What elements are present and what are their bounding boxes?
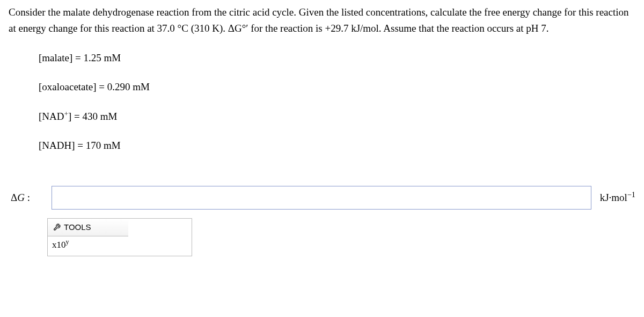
label-colon: : [25,192,30,203]
wrench-icon [53,224,61,231]
species-label: [malate] [39,52,72,63]
list-item: [malate] = 1.25 mM [39,50,635,66]
problem-statement: Consider the malate dehydrogenase reacti… [9,4,635,37]
delta-symbol: Δ [11,192,17,203]
unit-exponent: −1 [627,190,635,199]
species-value: 430 mM [83,111,118,122]
concentration-list: [malate] = 1.25 mM [oxaloacetate] = 0.29… [39,50,635,154]
unit-label: kJ·mol−1 [600,190,635,206]
sci-base: x10 [52,240,66,250]
sci-exp: y [66,239,69,246]
species-label: [NADH] [39,140,75,151]
unit-text: kJ·mol [600,192,627,203]
species-label-close: ] [68,111,71,122]
problem-text: Consider the malate dehydrogenase reacti… [9,6,629,34]
species-label: [NAD [39,111,64,122]
answer-row: ΔG : kJ·mol−1 [9,186,635,210]
list-item: [NADH] = 170 mM [39,138,635,154]
list-item: [oxaloacetate] = 0.290 mM [39,79,635,95]
variable-g: G [17,192,25,203]
tools-title: TOOLS [64,221,91,234]
answer-label: ΔG : [11,190,30,206]
species-label: [oxaloacetate] [39,81,97,92]
species-value: 1.25 mM [84,52,121,63]
superscript: + [64,109,69,117]
answer-input[interactable] [52,186,591,210]
list-item: [NAD+] = 430 mM [39,109,635,125]
tools-header: TOOLS [48,219,128,236]
scientific-notation-button[interactable]: x10y [48,236,73,255]
species-value: 0.290 mM [107,81,150,92]
species-value: 170 mM [86,140,121,151]
tools-panel: TOOLS x10y [47,218,192,256]
